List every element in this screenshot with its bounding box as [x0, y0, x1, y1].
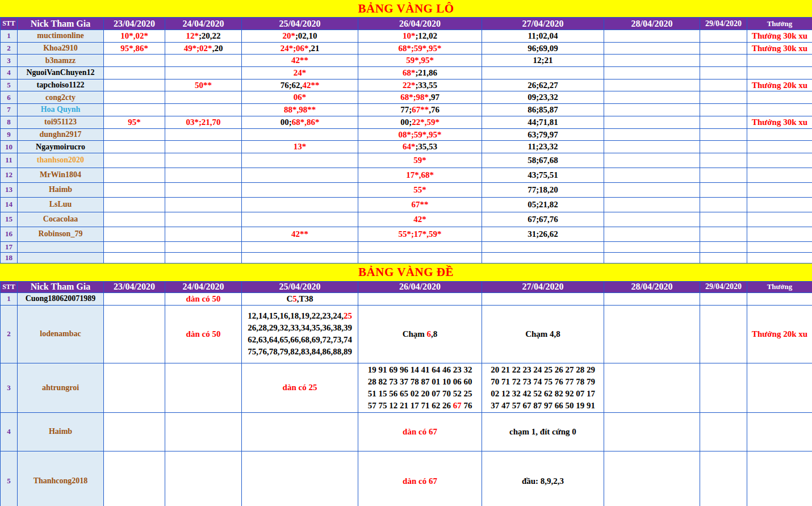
cell-line: 13* — [242, 141, 358, 153]
date-cell-23 — [104, 79, 165, 91]
cell-segment: 37 47 57 67 87 97 66 50 19 91 — [491, 401, 595, 410]
table-row: 4NguoiVanChuyen1224*68*;21,86 — [1, 67, 812, 80]
date-cell-25: 00;68*,86* — [242, 116, 358, 128]
cell-line: 64*;35,53 — [358, 141, 482, 153]
cell-segment: ,20 — [212, 44, 223, 53]
nick-cell: LsLuu — [18, 197, 104, 212]
date-cell-23 — [104, 227, 165, 241]
cell-line: chạm 1, đít cứng 0 — [482, 426, 604, 438]
cell-segment: 00; — [400, 118, 412, 127]
cell-line: 50** — [165, 80, 241, 91]
cell-line: 42** — [242, 55, 358, 66]
cell-segment: 64* — [403, 142, 416, 151]
date-cell-25: 06* — [242, 91, 358, 104]
cell-line: 67** — [358, 199, 482, 211]
cell-segment: 67** — [412, 200, 429, 209]
cell-segment: 19 91 69 96 14 41 64 46 23 32 — [368, 365, 472, 374]
nick-cell: ahtrungroi — [18, 363, 104, 412]
date-cell-24 — [165, 227, 242, 241]
date-cell-24 — [165, 363, 242, 412]
cell-segment: 20 21 22 23 24 25 26 27 28 29 — [491, 365, 595, 374]
cell-segment: 67 — [453, 401, 462, 410]
cell-line: đầu: 8,9,2,3 — [482, 475, 604, 487]
reward-cell — [747, 55, 812, 67]
reward-cell — [747, 168, 812, 182]
cell-segment: 62,63,64,65,66,68,69,72,73,74 — [248, 335, 352, 344]
cell-line: 77;67**,76 — [358, 104, 482, 116]
nick-cell: Hoa Quynh — [18, 104, 104, 116]
table-row: 18 — [1, 252, 812, 263]
date-cell-23 — [104, 197, 165, 212]
cell-segment: 59*,95* — [406, 56, 434, 65]
date-cell-27: 26;62,27 — [482, 79, 604, 91]
date-cell-26: 77;67**,76 — [358, 104, 482, 116]
cell-line: 20 21 22 23 24 25 26 27 28 29 — [482, 364, 604, 376]
date-cell-23 — [104, 104, 165, 116]
column-header-thuong: Thưởng — [747, 281, 812, 292]
date-cell-27: 31;26,62 — [482, 227, 604, 241]
date-cell-26: 59*,95* — [358, 55, 482, 67]
column-header-c27: 27/04/2020 — [482, 281, 604, 292]
cell-line: 68*;98*,97 — [358, 91, 482, 103]
cell-line: 86;85,87 — [482, 104, 604, 116]
cell-segment: 12* — [186, 31, 199, 40]
bang-vang-lo-title: BẢNG VÀNG LÔ — [0, 0, 812, 17]
cell-segment: 13* — [294, 142, 307, 151]
reward-cell — [747, 292, 812, 305]
date-cell-23 — [104, 141, 165, 153]
date-cell-28 — [604, 116, 700, 128]
cell-segment: ;12,02 — [415, 31, 437, 40]
cell-line: 42* — [358, 214, 482, 225]
date-cell-28 — [604, 252, 700, 263]
cell-line: 28 82 73 37 78 87 01 10 06 60 — [358, 376, 482, 388]
reward-cell — [747, 67, 812, 80]
nick-cell: muctimonline — [18, 30, 104, 43]
date-cell-27: 63;79,97 — [482, 128, 604, 141]
date-cell-24: dàn có 50 — [165, 305, 242, 363]
nick-cell: Haimb — [18, 182, 104, 197]
cell-segment: 26,28,29,32,33,34,35,36,38,39 — [248, 323, 352, 332]
date-cell-28 — [604, 168, 700, 182]
cell-line: 95*,86* — [104, 43, 165, 55]
date-cell-25: 13* — [242, 141, 358, 153]
reward-cell — [747, 197, 812, 212]
cell-line: 00;68*,86* — [242, 116, 358, 128]
reward-cell — [747, 412, 812, 451]
cell-segment: 95* — [128, 118, 141, 127]
cell-segment: 17*,68* — [406, 170, 434, 179]
cell-segment: ,T38 — [297, 294, 313, 303]
cell-line: 55* — [358, 184, 482, 196]
cell-segment: 09;23,32 — [528, 93, 558, 102]
date-cell-29 — [700, 153, 747, 168]
cell-line: 05;21,82 — [482, 199, 604, 211]
cell-segment: 11;23,32 — [528, 142, 558, 151]
table-row: 3b3namzz42**59*,95*12;21 — [1, 55, 812, 67]
table-row: 1Cuong180620071989dàn có 50C5,T38 — [1, 292, 812, 305]
date-cell-23 — [104, 241, 165, 252]
cell-segment: ,21 — [309, 44, 320, 53]
cell-segment: 55*;17*,59* — [398, 229, 441, 239]
date-cell-26 — [358, 292, 482, 305]
table-row: 6cong2cty06*68*;98*,9709;23,32 — [1, 91, 812, 104]
date-cell-29 — [700, 451, 747, 506]
date-cell-29 — [700, 305, 747, 363]
date-cell-23 — [104, 55, 165, 67]
nick-cell: Robinson_79 — [18, 227, 104, 241]
cell-line: 42** — [242, 228, 358, 240]
cell-segment: 24* — [294, 68, 307, 77]
reward-cell — [747, 451, 812, 506]
table-row: 15Cocacolaa42*67;67,76 — [1, 212, 812, 227]
date-cell-26: 22*;33,55 — [358, 79, 482, 91]
cell-line: 77;18,20 — [482, 184, 604, 196]
nick-cell: Ngaymoirucro — [18, 141, 104, 153]
cell-line: 88*,98** — [242, 104, 358, 116]
date-cell-29 — [700, 42, 747, 55]
column-header-c26: 26/04/2020 — [358, 281, 482, 292]
date-cell-24: 50** — [165, 79, 242, 91]
date-cell-28 — [604, 104, 700, 116]
date-cell-27: đầu: 8,9,2,3 — [482, 451, 604, 506]
date-cell-25: dàn có 25 — [242, 363, 358, 412]
cell-line: Chạm 6,8 — [358, 328, 482, 340]
cell-line: 59* — [358, 154, 482, 166]
date-cell-26: 68*;21,86 — [358, 67, 482, 80]
